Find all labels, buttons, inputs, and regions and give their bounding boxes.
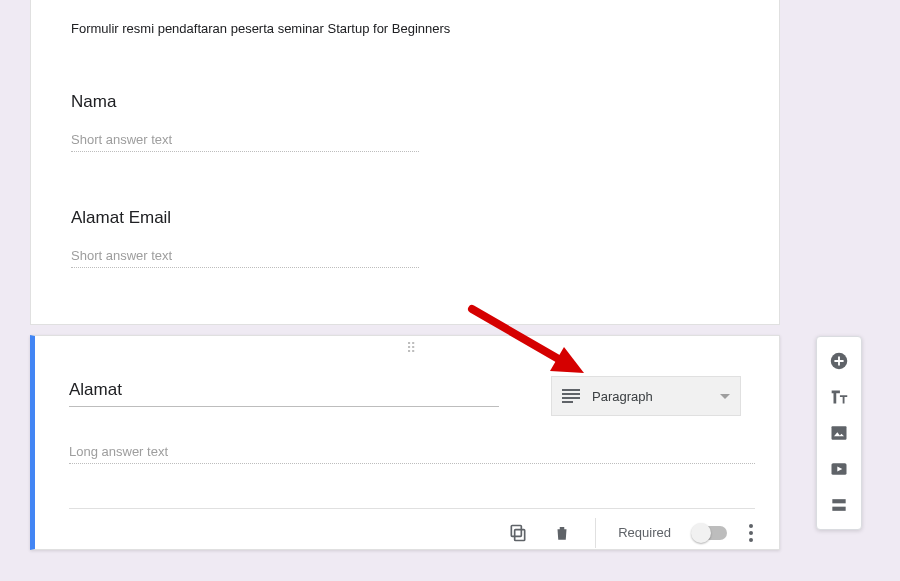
- required-label: Required: [618, 525, 671, 540]
- short-answer-placeholder: Short answer text: [71, 248, 419, 268]
- delete-button[interactable]: [551, 522, 573, 544]
- svg-rect-6: [832, 507, 845, 511]
- copy-icon: [508, 523, 528, 543]
- side-toolbar: [816, 336, 862, 530]
- required-toggle[interactable]: [693, 526, 727, 540]
- svg-rect-3: [832, 426, 847, 439]
- form-description: Formulir resmi pendaftaran peserta semin…: [71, 21, 739, 36]
- question-type-label: Paragraph: [592, 389, 653, 404]
- question-card-active[interactable]: ⠿ Alamat Paragraph Long answer text: [30, 335, 780, 550]
- question-footer: Required: [69, 508, 755, 556]
- paragraph-icon: [562, 389, 580, 403]
- add-video-button[interactable]: [823, 453, 855, 485]
- form-card-static: Formulir resmi pendaftaran peserta semin…: [30, 0, 780, 325]
- add-section-button[interactable]: [823, 489, 855, 521]
- duplicate-button[interactable]: [507, 522, 529, 544]
- section-icon: [829, 495, 849, 515]
- question-block[interactable]: Nama Short answer text: [71, 92, 739, 152]
- drag-handle-icon[interactable]: ⠿: [69, 346, 755, 360]
- plus-circle-icon: [828, 350, 850, 372]
- video-icon: [829, 459, 849, 479]
- add-title-button[interactable]: [823, 381, 855, 413]
- add-image-button[interactable]: [823, 417, 855, 449]
- svg-rect-0: [515, 529, 525, 540]
- question-title-input[interactable]: Alamat: [69, 376, 499, 407]
- question-block[interactable]: Alamat Email Short answer text: [71, 208, 739, 268]
- trash-icon: [553, 523, 571, 543]
- short-answer-placeholder: Short answer text: [71, 132, 419, 152]
- svg-rect-1: [512, 525, 522, 536]
- question-title: Nama: [71, 92, 739, 112]
- chevron-down-icon: [720, 394, 730, 399]
- divider: [595, 518, 596, 548]
- long-answer-placeholder: Long answer text: [69, 444, 755, 464]
- svg-rect-5: [832, 499, 845, 503]
- more-options-button[interactable]: [749, 524, 753, 542]
- image-icon: [829, 423, 849, 443]
- text-icon: [828, 386, 850, 408]
- question-type-dropdown[interactable]: Paragraph: [551, 376, 741, 416]
- question-title: Alamat Email: [71, 208, 739, 228]
- add-question-button[interactable]: [823, 345, 855, 377]
